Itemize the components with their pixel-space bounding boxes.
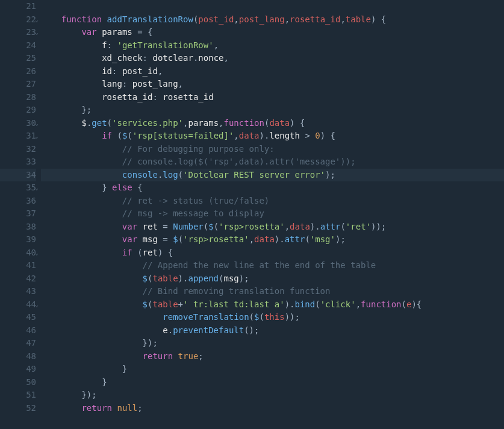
code-line-26[interactable]: id: post_id, xyxy=(41,65,504,78)
code-line-39[interactable]: var msg = $('rsp>rosetta',data).attr('ms… xyxy=(41,233,504,246)
code-line-52[interactable]: return null; xyxy=(41,402,504,415)
line-number: 35 xyxy=(22,181,36,195)
line-number: 34 xyxy=(22,169,36,182)
fold-toggle-icon[interactable]: ⌄ xyxy=(35,13,39,27)
gutter-line-51[interactable]: 51 xyxy=(0,389,36,402)
gutter-line-44[interactable]: 44⌄ xyxy=(0,298,36,312)
gutter-line-43[interactable]: 43 xyxy=(0,285,36,298)
gutter-line-37[interactable]: 37 xyxy=(0,207,36,221)
code-editor[interactable]: 2122⌄23⌄24252627282930⌄31⌄3233‹›3435⌄363… xyxy=(0,0,504,415)
fold-toggle-icon[interactable]: ⌄ xyxy=(35,246,39,260)
gutter-line-33[interactable]: 33 xyxy=(0,155,36,169)
gutter-line-36[interactable]: 36 xyxy=(0,195,36,208)
gutter-line-22[interactable]: 22⌄ xyxy=(0,13,36,27)
code-line-43[interactable]: // Bind removing translation function xyxy=(41,285,504,298)
line-number: 40 xyxy=(22,246,36,260)
code-line-25[interactable]: xd_check: dotclear.nonce, xyxy=(41,52,504,65)
code-line-47[interactable]: }); xyxy=(41,337,504,350)
gutter-line-25[interactable]: 25 xyxy=(0,52,36,65)
gutter-line-29[interactable]: 29 xyxy=(0,104,36,117)
line-number: 48 xyxy=(22,350,36,363)
gutter-line-41[interactable]: 41 xyxy=(0,259,36,272)
code-line-29[interactable]: }; xyxy=(41,104,504,117)
fold-toggle-icon[interactable]: ⌄ xyxy=(35,26,39,39)
line-number: 46 xyxy=(22,324,36,337)
line-number: 36 xyxy=(22,195,36,208)
gutter-line-52[interactable]: 52 xyxy=(0,402,36,415)
gutter-line-21[interactable]: 21 xyxy=(0,0,36,13)
fold-toggle-icon[interactable]: ⌄ xyxy=(35,181,39,195)
code-line-35[interactable]: } else { xyxy=(41,181,504,195)
code-line-21[interactable] xyxy=(41,0,504,13)
code-area[interactable]: function addTranslationRow(post_id,post_… xyxy=(41,0,504,415)
gutter-line-34[interactable]: ‹›34 xyxy=(0,169,36,182)
gutter-line-50[interactable]: 50 xyxy=(0,376,36,389)
code-line-42[interactable]: $(table).append(msg); xyxy=(41,272,504,286)
code-line-45[interactable]: removeTranslation($(this)); xyxy=(41,311,504,324)
gutter-line-39[interactable]: 39 xyxy=(0,233,36,246)
code-line-27[interactable]: lang: post_lang, xyxy=(41,78,504,91)
line-number: 43 xyxy=(22,285,36,298)
line-number: 21 xyxy=(22,0,36,13)
line-number: 31 xyxy=(22,130,36,143)
code-line-50[interactable]: } xyxy=(41,376,504,389)
gutter-line-27[interactable]: 27 xyxy=(0,78,36,91)
code-line-28[interactable]: rosetta_id: rosetta_id xyxy=(41,91,504,104)
code-line-36[interactable]: // ret -> status (true/false) xyxy=(41,195,504,208)
line-number: 38 xyxy=(22,221,36,234)
code-line-32[interactable]: // For debugging purpose only: xyxy=(41,143,504,156)
gutter-line-38[interactable]: 38 xyxy=(0,221,36,234)
line-number: 30 xyxy=(22,117,36,130)
gutter-line-46[interactable]: 46 xyxy=(0,324,36,337)
line-number: 23 xyxy=(22,26,36,39)
line-number: 29 xyxy=(22,104,36,117)
code-line-22[interactable]: function addTranslationRow(post_id,post_… xyxy=(41,13,504,27)
code-line-34[interactable]: console.log('Dotclear REST server error'… xyxy=(41,169,504,182)
gutter-line-30[interactable]: 30⌄ xyxy=(0,117,36,130)
fold-toggle-icon[interactable]: ⌄ xyxy=(35,117,39,130)
diff-marker-icon[interactable]: ‹› xyxy=(0,169,1,182)
line-number: 49 xyxy=(22,363,36,376)
line-number-gutter[interactable]: 2122⌄23⌄24252627282930⌄31⌄3233‹›3435⌄363… xyxy=(0,0,41,415)
line-number: 25 xyxy=(22,52,36,65)
line-number: 45 xyxy=(22,311,36,324)
line-number: 50 xyxy=(22,376,36,389)
line-number: 32 xyxy=(22,143,36,156)
code-line-51[interactable]: }); xyxy=(41,389,504,402)
line-number: 41 xyxy=(22,259,36,272)
code-line-44[interactable]: $(table+' tr:last td:last a').bind('clic… xyxy=(41,298,504,312)
gutter-line-40[interactable]: 40⌄ xyxy=(0,246,36,260)
line-number: 47 xyxy=(22,337,36,350)
gutter-line-47[interactable]: 47 xyxy=(0,337,36,350)
gutter-line-26[interactable]: 26 xyxy=(0,65,36,78)
gutter-line-42[interactable]: 42 xyxy=(0,272,36,286)
line-number: 51 xyxy=(22,389,36,402)
line-number: 44 xyxy=(22,298,36,312)
code-line-33[interactable]: // console.log($('rsp',data).attr('messa… xyxy=(41,155,504,169)
code-line-48[interactable]: return true; xyxy=(41,350,504,363)
gutter-line-48[interactable]: 48 xyxy=(0,350,36,363)
fold-toggle-icon[interactable]: ⌄ xyxy=(35,298,39,312)
code-line-38[interactable]: var ret = Number($('rsp>rosetta',data).a… xyxy=(41,221,504,234)
gutter-line-24[interactable]: 24 xyxy=(0,39,36,52)
gutter-line-31[interactable]: 31⌄ xyxy=(0,130,36,143)
line-number: 26 xyxy=(22,65,36,78)
gutter-line-23[interactable]: 23⌄ xyxy=(0,26,36,39)
line-number: 52 xyxy=(22,402,36,415)
code-line-30[interactable]: $.get('services.php',params,function(dat… xyxy=(41,117,504,130)
code-line-31[interactable]: if ($('rsp[status=failed]',data).length … xyxy=(41,130,504,143)
code-line-41[interactable]: // Append the new line at the end of the… xyxy=(41,259,504,272)
code-line-24[interactable]: f: 'getTranslationRow', xyxy=(41,39,504,52)
fold-toggle-icon[interactable]: ⌄ xyxy=(35,130,39,143)
gutter-line-49[interactable]: 49 xyxy=(0,363,36,376)
code-line-49[interactable]: } xyxy=(41,363,504,376)
code-line-23[interactable]: var params = { xyxy=(41,26,504,39)
gutter-line-28[interactable]: 28 xyxy=(0,91,36,104)
code-line-37[interactable]: // msg -> message to display xyxy=(41,207,504,221)
code-line-40[interactable]: if (ret) { xyxy=(41,246,504,260)
code-line-46[interactable]: e.preventDefault(); xyxy=(41,324,504,337)
gutter-line-45[interactable]: 45 xyxy=(0,311,36,324)
gutter-line-32[interactable]: 32 xyxy=(0,143,36,156)
gutter-line-35[interactable]: 35⌄ xyxy=(0,181,36,195)
line-number: 42 xyxy=(22,272,36,286)
